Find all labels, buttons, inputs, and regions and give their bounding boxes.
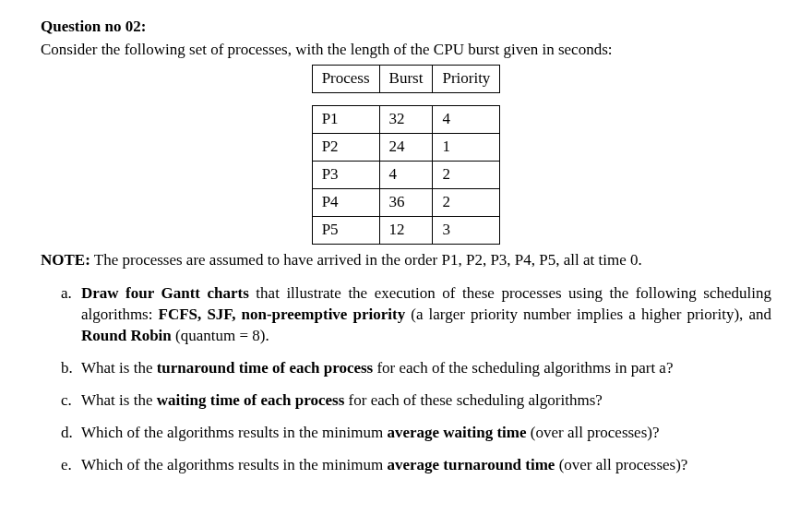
table-spacer [312, 92, 500, 105]
cell: 32 [379, 105, 433, 133]
question-a: a. Draw four Gantt charts that illustrat… [81, 283, 771, 347]
question-list: a. Draw four Gantt charts that illustrat… [41, 283, 771, 476]
qb-bold: turnaround time of each process [157, 359, 374, 377]
question-d: d. Which of the algorithms results in th… [81, 423, 771, 444]
qc-t3: for each of these scheduling algorithms? [344, 391, 602, 409]
table-header-row: Process Burst Priority [312, 65, 500, 92]
cell: 4 [379, 161, 433, 188]
qa-bold1: Draw four Gantt charts [81, 284, 249, 302]
cell: 36 [379, 188, 433, 216]
qa-bold2: FCFS, SJF, non-preemptive priority [159, 305, 406, 323]
marker-b: b. [61, 358, 73, 379]
cell: 3 [433, 216, 500, 244]
col-burst: Burst [379, 65, 433, 92]
qc-t1: What is the [81, 391, 157, 409]
note-label: NOTE: [41, 251, 90, 269]
qb-t1: What is the [81, 359, 157, 377]
process-table: Process Burst Priority P1 32 4 P2 24 1 P… [312, 65, 501, 245]
table-row: P1 32 4 [312, 105, 500, 133]
qa-t4: (a larger priority number implies a high… [405, 305, 771, 323]
qe-t3: (over all processes)? [555, 456, 687, 473]
qc-bold: waiting time of each process [157, 391, 345, 409]
qa-t6: (quantum = 8). [172, 327, 269, 344]
marker-c: c. [61, 390, 72, 412]
qe-bold: average turnaround time [387, 456, 555, 473]
question-intro: Consider the following set of processes,… [41, 40, 771, 61]
qd-t3: (over all processes)? [527, 424, 660, 441]
qa-bold3: Round Robin [81, 327, 172, 344]
question-e: e. Which of the algorithms results in th… [81, 455, 771, 476]
table-row: P3 4 2 [312, 161, 500, 188]
cell: 1 [433, 133, 500, 161]
col-priority: Priority [433, 65, 500, 92]
qb-t3: for each of the scheduling algorithms in… [373, 359, 673, 377]
question-c: c. What is the waiting time of each proc… [81, 390, 771, 412]
note-line: NOTE: The processes are assumed to have … [41, 250, 771, 271]
marker-d: d. [61, 423, 73, 444]
qe-t1: Which of the algorithms results in the m… [81, 456, 387, 473]
cell: 24 [379, 133, 433, 161]
question-title: Question no 02: [41, 17, 771, 38]
cell: P1 [312, 105, 379, 133]
cell: 4 [433, 105, 500, 133]
table-row: P5 12 3 [312, 216, 500, 244]
qd-bold: average waiting time [387, 424, 526, 441]
marker-e: e. [61, 455, 72, 476]
question-b: b. What is the turnaround time of each p… [81, 358, 771, 379]
marker-a: a. [61, 283, 72, 305]
cell: 12 [379, 216, 433, 244]
qd-t1: Which of the algorithms results in the m… [81, 424, 387, 441]
cell: 2 [433, 161, 500, 188]
cell: P5 [312, 216, 379, 244]
note-text: The processes are assumed to have arrive… [90, 251, 642, 269]
col-process: Process [312, 65, 379, 92]
cell: P3 [312, 161, 379, 188]
cell: P4 [312, 188, 379, 216]
cell: P2 [312, 133, 379, 161]
cell: 2 [433, 188, 500, 216]
table-row: P2 24 1 [312, 133, 500, 161]
table-row: P4 36 2 [312, 188, 500, 216]
